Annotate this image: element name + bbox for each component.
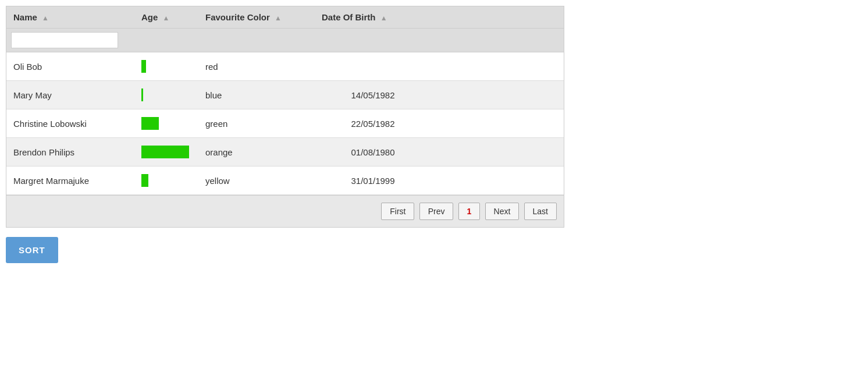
cell-dob: 14/05/1982 bbox=[315, 81, 431, 109]
cell-age bbox=[134, 109, 198, 138]
table-row: Oli Bobred bbox=[6, 52, 564, 81]
col-header-extra bbox=[431, 6, 564, 29]
name-filter-input[interactable] bbox=[11, 32, 118, 48]
table-body: Oli BobredMary Mayblue14/05/1982Christin… bbox=[6, 52, 564, 195]
age-bar bbox=[141, 174, 148, 187]
cell-age bbox=[134, 166, 198, 195]
cell-age bbox=[134, 81, 198, 109]
col-color-label: Favourite Color bbox=[205, 12, 270, 22]
cell-color: green bbox=[198, 109, 315, 138]
filter-cell-color bbox=[198, 29, 315, 52]
sort-arrow-age: ▲ bbox=[163, 14, 170, 22]
cell-extra bbox=[431, 138, 564, 166]
cell-dob bbox=[315, 52, 431, 81]
cell-name: Brendon Philips bbox=[6, 138, 134, 166]
header-row: Name ▲ Age ▲ Favourite Color ▲ Date Of B… bbox=[6, 6, 564, 29]
cell-color: red bbox=[198, 52, 315, 81]
age-bar bbox=[141, 117, 159, 130]
sort-arrow-color: ▲ bbox=[275, 14, 282, 22]
cell-color: orange bbox=[198, 138, 315, 166]
cell-name: Christine Lobowski bbox=[6, 109, 134, 138]
table-row: Christine Lobowskigreen22/05/1982 bbox=[6, 109, 564, 138]
table-row: Mary Mayblue14/05/1982 bbox=[6, 81, 564, 109]
age-bar bbox=[141, 88, 143, 101]
cell-name: Margret Marmajuke bbox=[6, 166, 134, 195]
age-bar bbox=[141, 146, 189, 158]
col-name-label: Name bbox=[13, 12, 37, 22]
sort-arrow-dob: ▲ bbox=[380, 14, 387, 22]
cell-extra bbox=[431, 52, 564, 81]
cell-age bbox=[134, 138, 198, 166]
cell-dob: 01/08/1980 bbox=[315, 138, 431, 166]
filter-cell-age bbox=[134, 29, 198, 52]
pagination-bar: First Prev 1 Next Last bbox=[6, 195, 564, 227]
col-age-label: Age bbox=[141, 12, 158, 22]
cell-dob: 31/01/1999 bbox=[315, 166, 431, 195]
cell-extra bbox=[431, 166, 564, 195]
next-button[interactable]: Next bbox=[485, 203, 520, 220]
data-table: Name ▲ Age ▲ Favourite Color ▲ Date Of B… bbox=[6, 6, 564, 228]
page-number-button[interactable]: 1 bbox=[458, 203, 481, 220]
cell-extra bbox=[431, 81, 564, 109]
col-header-color[interactable]: Favourite Color ▲ bbox=[198, 6, 315, 29]
cell-color: yellow bbox=[198, 166, 315, 195]
prev-button[interactable]: Prev bbox=[419, 203, 454, 220]
col-header-dob[interactable]: Date Of Birth ▲ bbox=[315, 6, 431, 29]
last-button[interactable]: Last bbox=[524, 203, 557, 220]
filter-cell-name bbox=[6, 29, 134, 52]
table-row: Margret Marmajukeyellow31/01/1999 bbox=[6, 166, 564, 195]
cell-name: Oli Bob bbox=[6, 52, 134, 81]
cell-dob: 22/05/1982 bbox=[315, 109, 431, 138]
col-dob-label: Date Of Birth bbox=[322, 12, 376, 22]
table-row: Brendon Philipsorange01/08/1980 bbox=[6, 138, 564, 166]
cell-extra bbox=[431, 109, 564, 138]
filter-cell-extra bbox=[431, 29, 564, 52]
age-bar bbox=[141, 60, 146, 73]
filter-row bbox=[6, 29, 564, 52]
filter-cell-dob bbox=[315, 29, 431, 52]
col-header-name[interactable]: Name ▲ bbox=[6, 6, 134, 29]
cell-color: blue bbox=[198, 81, 315, 109]
first-button[interactable]: First bbox=[381, 203, 414, 220]
cell-name: Mary May bbox=[6, 81, 134, 109]
sort-button[interactable]: SORT bbox=[6, 237, 58, 263]
sort-arrow-name: ▲ bbox=[42, 14, 49, 22]
cell-age bbox=[134, 52, 198, 81]
col-header-age[interactable]: Age ▲ bbox=[134, 6, 198, 29]
